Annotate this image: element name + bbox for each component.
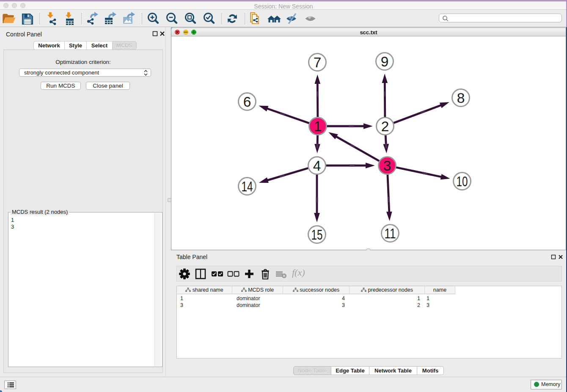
svg-text:11: 11 [385,226,396,241]
svg-text:8: 8 [457,90,465,106]
svg-text:1: 1 [314,119,322,134]
svg-text:7: 7 [314,55,322,70]
svg-text:4: 4 [313,158,321,174]
svg-text:3: 3 [383,158,391,174]
svg-text:10: 10 [457,174,468,189]
svg-text:6: 6 [243,94,251,110]
svg-text:15: 15 [311,227,323,243]
svg-text:2: 2 [381,119,389,134]
svg-text:14: 14 [242,179,253,194]
svg-text:9: 9 [381,54,389,69]
